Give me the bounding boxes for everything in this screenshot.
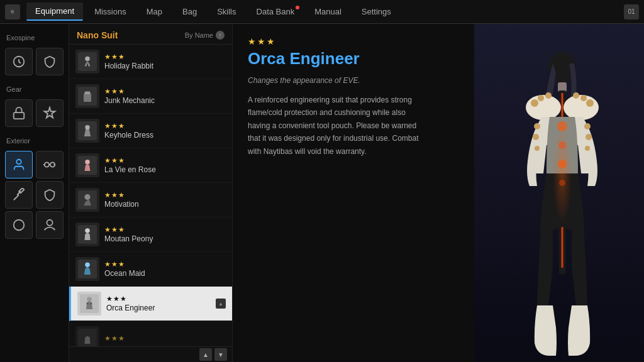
sidebar: Exospine Gear (0, 24, 69, 362)
svg-point-34 (545, 92, 552, 99)
svg-point-3 (44, 162, 48, 167)
tab-missions[interactable]: Missions (86, 3, 135, 20)
suit-item-junk-mechanic[interactable]: ★★★ Junk Mechanic (69, 79, 232, 114)
suit-item-holiday-rabbit[interactable]: ★★★ Holiday Rabbit (69, 45, 232, 79)
nano-suit-title: Nano Suit (77, 30, 118, 40)
svg-rect-28 (558, 82, 567, 92)
suit-stars: ★★★ (104, 122, 226, 130)
list-arrows: ▲ ▼ (69, 346, 232, 362)
tab-databank[interactable]: Data Bank (248, 3, 304, 20)
suit-name: La Vie en Rose (104, 165, 226, 174)
suit-info: ★★★ Junk Mechanic (104, 87, 226, 105)
suit-stars: ★★★ (104, 156, 226, 165)
svg-point-15 (85, 160, 90, 165)
svg-point-24 (87, 303, 89, 305)
detail-subtitle: Changes the appearance of EVE. (248, 76, 459, 85)
suit-name: Keyhole Dress (104, 131, 226, 140)
suit-stars: ★★★ (104, 226, 226, 234)
svg-point-5 (14, 220, 25, 231)
svg-point-23 (87, 297, 92, 302)
exospine-slot-2[interactable] (36, 48, 64, 75)
nano-suit-header: Nano Suit By Name ↑ (69, 24, 232, 45)
nav-icon-right[interactable]: 01 (624, 4, 639, 19)
suit-stars: ★★★ (104, 87, 226, 96)
suit-name: Moutan Peony (104, 234, 226, 243)
svg-point-33 (538, 95, 544, 101)
suit-thumb (75, 50, 99, 74)
tab-settings-label: Settings (362, 7, 391, 16)
svg-point-35 (586, 99, 594, 107)
tab-map[interactable]: Map (138, 3, 171, 20)
svg-point-44 (553, 123, 572, 224)
suit-stars-next: ★★★ (104, 334, 226, 343)
suit-info: ★★★ Keyhole Dress (104, 122, 226, 140)
tab-settings[interactable]: Settings (353, 3, 400, 20)
svg-point-6 (47, 220, 52, 226)
suit-name: Motivation (104, 200, 226, 209)
suit-name: Ocean Maid (104, 269, 226, 278)
suit-stars: ★★★ (104, 191, 226, 199)
suit-item-keyhole-dress[interactable]: ★★★ Keyhole Dress (69, 114, 232, 148)
suit-info: ★★★ La Vie en Rose (104, 156, 226, 174)
suit-thumb (75, 257, 99, 281)
svg-point-46 (558, 141, 566, 149)
tab-missions-label: Missions (94, 7, 126, 16)
exterior-grid (5, 151, 64, 239)
tab-skills-label: Skills (217, 7, 236, 16)
tab-map-label: Map (147, 7, 162, 16)
svg-point-2 (16, 160, 21, 164)
svg-point-13 (85, 125, 90, 130)
scroll-up-btn[interactable]: ▲ (199, 348, 212, 361)
svg-point-32 (531, 99, 538, 107)
suit-item-moutan-peony[interactable]: ★★★ Moutan Peony (69, 217, 232, 252)
tab-equipment[interactable]: Equipment (26, 3, 83, 21)
tab-bag-label: Bag (182, 7, 197, 16)
suit-item-next[interactable]: ★★★ (69, 321, 232, 346)
top-nav: ≡ Equipment Missions Map Bag Skills Data… (0, 0, 644, 24)
exospine-grid (5, 48, 64, 75)
scroll-down-btn[interactable]: ▼ (214, 348, 227, 361)
svg-point-41 (584, 123, 591, 129)
character-silhouette (487, 35, 638, 362)
nav-left-icon: ≡ (11, 8, 14, 15)
suit-thumb (75, 119, 99, 143)
suit-name: Holiday Rabbit (104, 62, 226, 70)
svg-point-8 (85, 57, 90, 62)
svg-point-47 (558, 160, 567, 168)
exterior-label: Exterior (6, 137, 64, 145)
exospine-slot-1[interactable] (5, 48, 33, 75)
suit-item-orca-engineer[interactable]: ★★★ Orca Engineer ▲ (69, 287, 232, 321)
gear-label: Gear (6, 85, 64, 93)
suit-thumb-selected (77, 292, 101, 315)
sort-label-text: By Name (185, 31, 213, 39)
gear-slot-1[interactable] (5, 99, 33, 127)
exterior-slot-head[interactable] (36, 211, 64, 239)
sort-label[interactable]: By Name ↑ (185, 31, 225, 40)
badge-1: ▲ (216, 299, 226, 309)
suit-item-la-vie-en-rose[interactable]: ★★★ La Vie en Rose (69, 148, 232, 183)
suit-item-motivation[interactable]: ★★★ Motivation (69, 183, 232, 217)
tab-manual[interactable]: Manual (306, 3, 350, 20)
exterior-slot-circle[interactable] (5, 211, 33, 239)
sort-icon: ↑ (216, 31, 225, 40)
suit-thumb (75, 84, 99, 108)
nano-suit-panel: Nano Suit By Name ↑ ★★★ Holiday Rabbit (69, 24, 233, 362)
exospine-label: Exospine (6, 34, 64, 41)
nav-icon-left[interactable]: ≡ (5, 4, 20, 19)
exterior-slot-shield[interactable] (36, 181, 64, 209)
suit-info: ★★★ Moutan Peony (104, 226, 226, 243)
tab-skills[interactable]: Skills (208, 3, 245, 20)
svg-point-21 (85, 263, 90, 268)
suit-thumb (75, 222, 99, 246)
tab-bag[interactable]: Bag (174, 3, 206, 20)
exterior-slot-suit[interactable] (5, 151, 33, 178)
svg-point-45 (557, 121, 567, 131)
gear-slot-2[interactable] (36, 99, 64, 127)
suit-name: Junk Mechanic (104, 96, 226, 105)
suit-item-ocean-maid[interactable]: ★★★ Ocean Maid (69, 252, 232, 287)
exterior-slot-glasses[interactable] (36, 151, 64, 178)
tab-manual-label: Manual (314, 7, 341, 16)
suit-name-selected: Orca Engineer (106, 304, 211, 312)
exterior-slot-weapon[interactable] (5, 181, 33, 209)
suit-thumb (75, 188, 99, 212)
